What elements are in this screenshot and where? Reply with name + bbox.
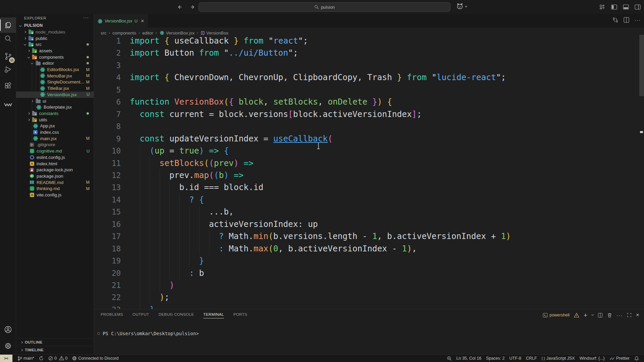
tree-item-app-jsx[interactable]: App.jsx [16, 123, 94, 129]
encoding-status[interactable]: UTF-8 [507, 356, 523, 361]
tree-item-ui[interactable]: ui [16, 98, 94, 104]
sidebar-item-windsurf[interactable] [0, 97, 16, 112]
tree-item-constants[interactable]: constants [16, 110, 94, 117]
search-input[interactable]: pulsion [199, 2, 450, 12]
tree-item-package-json[interactable]: package.json [16, 173, 94, 179]
cascade-ai-button[interactable] [456, 3, 468, 10]
problems-status[interactable]: 0 0 [46, 356, 70, 361]
formatter-status[interactable]: ✓✓Prettier [607, 356, 632, 361]
account-icon[interactable] [0, 322, 16, 337]
tree-item-editor[interactable]: editor [16, 60, 94, 67]
cursor-position-status[interactable]: Ln 35, Col 16 [454, 356, 484, 361]
maximize-panel-icon[interactable] [627, 313, 632, 317]
settings-gear-icon[interactable] [0, 338, 16, 354]
tree-item-thinking-md[interactable]: ↓thinking.mdM [16, 186, 94, 192]
tree-item-boilerplate-jsx[interactable]: Boilerplate.jsx [16, 104, 94, 110]
file-label: main.jsx [40, 136, 57, 141]
discord-status[interactable]: Connected to Discord [70, 356, 121, 361]
toggle-secondary-sidebar-icon[interactable] [634, 3, 641, 11]
line-number: 7 [94, 108, 121, 120]
panel-tab-ports[interactable]: PORTS [233, 309, 247, 319]
panel-tab-debug-console[interactable]: DEBUG CONSOLE [159, 309, 194, 319]
chevron-right-icon [27, 50, 30, 52]
tree-item-versionbox-jsx[interactable]: VersionBox.jsxU [16, 92, 94, 98]
tree-item-package-lock-json[interactable]: package-lock.json [16, 167, 94, 173]
code-line-18: 18 : Math.max(0, b.activeVersionIndex - … [94, 243, 644, 255]
file-label: package.json [37, 174, 63, 179]
tree-item-readme-md[interactable]: README.mdM [16, 179, 94, 186]
more-actions-icon[interactable]: ··· [616, 312, 623, 318]
tree-item-eslint-config-js[interactable]: eslint.config.js [16, 154, 94, 161]
indentation-status[interactable]: Spaces: 2 [484, 356, 507, 361]
project-root-item[interactable]: PULSION [16, 22, 94, 29]
git-status-badge: M [86, 86, 90, 91]
git-branch-status[interactable]: main* [15, 356, 37, 361]
code-editor[interactable]: 1import { useCallback } from "react";2im… [94, 35, 644, 309]
code-line-17: 17 ? Math.min(b.versions.length - 1, b.a… [94, 230, 644, 242]
code-line-6: 6function VersionBox({ block, setBlocks,… [94, 96, 644, 108]
tree-item-titlebar-jsx[interactable]: TitleBar.jsxM [16, 85, 94, 92]
close-icon[interactable]: × [141, 18, 144, 24]
panel-tab-problems[interactable]: PROBLEMS [101, 309, 123, 319]
new-terminal-icon[interactable]: + [584, 313, 587, 318]
tree-item-src[interactable]: src [16, 41, 94, 48]
git-sync-icon[interactable] [37, 356, 46, 361]
line-number: 17 [94, 230, 121, 242]
tree-item-utils[interactable]: utils [16, 117, 94, 123]
close-panel-icon[interactable]: × [636, 312, 639, 318]
more-actions-icon[interactable]: ··· [635, 17, 641, 23]
terminal-prompt-line[interactable]: PS C:\Users\omkar\Desktop\pulsion> [97, 331, 199, 336]
sidebar-item-search[interactable] [0, 31, 16, 46]
sidebar-bottom-sections: OUTLINETIMELINE [16, 338, 94, 354]
code-line-12: 12 prev.map((b) => [94, 169, 644, 181]
tree-item-public[interactable]: public [16, 35, 94, 42]
windsurf-status[interactable]: Windsurf: {...} [577, 356, 607, 361]
tree-item-main-jsx[interactable]: main.jsxM [16, 135, 94, 142]
tab-versionbox[interactable]: VersionBox.jsx U × [94, 14, 148, 28]
sidebar-item-extensions[interactable] [0, 78, 16, 94]
tree-item-singledocument-[interactable]: SingleDocument...M [16, 79, 94, 85]
code-line-14: 14 ? { [94, 194, 644, 206]
tree-item-index-css[interactable]: 3index.css [16, 129, 94, 135]
toggle-panel-icon[interactable] [622, 3, 630, 11]
tree-item-index-html[interactable]: 5index.html [16, 161, 94, 167]
line-number: 18 [94, 243, 121, 255]
terminal-prompt: PS C:\Users\omkar\Desktop\pulsion> [103, 331, 199, 336]
terminal-shell-tab[interactable]: powershell [543, 313, 570, 318]
explorer-more-icon[interactable]: ··· [83, 15, 89, 20]
toggle-sidebar-icon[interactable] [610, 3, 618, 11]
language-status[interactable]: { }JavaScript JSX [539, 356, 577, 361]
eol-status[interactable]: CRLF [524, 356, 539, 361]
customize-layout-icon[interactable] [599, 3, 606, 11]
notifications-bell-icon[interactable] [632, 356, 641, 361]
split-terminal-icon[interactable] [598, 313, 603, 318]
chevron-down-icon [24, 43, 26, 46]
forward-arrow-icon[interactable] [189, 3, 197, 11]
split-editor-icon[interactable] [624, 17, 629, 23]
remote-indicator[interactable]: >< [0, 355, 12, 362]
tree-item-node-modules[interactable]: node_modules [16, 29, 94, 35]
panel-tab-terminal[interactable]: TERMINAL [203, 309, 224, 319]
panel-tab-output[interactable]: OUTPUT [132, 309, 149, 319]
back-arrow-icon[interactable] [175, 3, 184, 11]
open-changes-icon[interactable] [612, 17, 618, 23]
code-line-2: 2import Button from "../ui/Button"; [94, 47, 644, 59]
tree-item--gitignore[interactable]: .gitignore [16, 142, 94, 148]
code-line-9: 9 const updateVersionIndex = useCallback… [94, 133, 644, 145]
tree-item-assets[interactable]: assets [16, 48, 94, 54]
tree-item-components[interactable]: components [16, 54, 94, 60]
sidebar-section-timeline[interactable]: TIMELINE [16, 346, 94, 354]
line-number: 14 [94, 194, 121, 206]
zoom-status-icon[interactable] [444, 356, 454, 361]
code-line-11: 11 setBlocks((prev) => [94, 157, 644, 169]
sidebar-item-run-debug[interactable] [0, 62, 16, 77]
tree-item-editorblocks-jsx[interactable]: EditorBlocks.jsxM [16, 66, 94, 73]
tree-item-cognitive-md[interactable]: ↓cognitive.mdU [16, 148, 94, 154]
kill-terminal-icon[interactable] [607, 313, 612, 318]
bottom-panel: PROBLEMSOUTPUTDEBUG CONSOLETERMINALPORTS… [94, 309, 644, 354]
status-bar: >< main*0 0Connected to Discord Ln 35, C… [0, 354, 644, 362]
tree-item-menubar-jsx[interactable]: MenuBar.jsxM [16, 73, 94, 79]
tree-item-vite-config-js[interactable]: JSvite.config.js [16, 192, 94, 198]
sidebar-section-outline[interactable]: OUTLINE [16, 338, 94, 346]
chevron-down-icon[interactable] [591, 313, 594, 316]
